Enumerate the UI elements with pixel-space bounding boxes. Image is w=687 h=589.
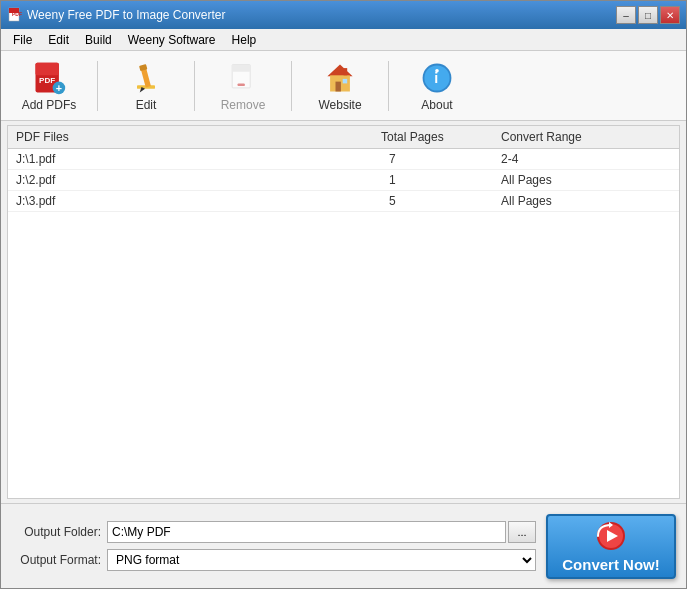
file-list-body[interactable]: J:\1.pdf 7 2-4 J:\2.pdf 1 All Pages J:\3… [8, 149, 679, 498]
website-icon [320, 60, 360, 96]
edit-label: Edit [136, 98, 157, 112]
add-pdfs-icon: PDF + [29, 60, 69, 96]
svg-rect-13 [232, 64, 250, 71]
file-pages: 1 [381, 173, 501, 187]
file-pages: 7 [381, 152, 501, 166]
table-row[interactable]: J:\2.pdf 1 All Pages [8, 170, 679, 191]
add-pdfs-button[interactable]: PDF + Add PDFs [9, 55, 89, 117]
edit-button[interactable]: Edit [106, 55, 186, 117]
website-label: Website [318, 98, 361, 112]
svg-rect-14 [238, 83, 245, 86]
title-bar-text: Weeny Free PDF to Image Converter [27, 8, 616, 22]
output-folder-row: Output Folder: ... [11, 521, 536, 543]
toolbar-sep-4 [388, 61, 389, 111]
svg-rect-18 [343, 78, 348, 83]
about-icon: i [417, 60, 457, 96]
toolbar-sep-2 [194, 61, 195, 111]
about-button[interactable]: i About [397, 55, 477, 117]
output-folder-input[interactable] [107, 521, 506, 543]
svg-point-23 [435, 69, 439, 73]
window-controls: – □ ✕ [616, 6, 680, 24]
title-bar: PDF Weeny Free PDF to Image Converter – … [1, 1, 686, 29]
file-range: All Pages [501, 173, 641, 187]
toolbar-sep-1 [97, 61, 98, 111]
toolbar: PDF + Add PDFs Edit Rem [1, 51, 686, 121]
menu-file[interactable]: File [5, 31, 40, 49]
bottom-panel: Output Folder: ... Output Format: PNG fo… [1, 503, 686, 588]
menu-build[interactable]: Build [77, 31, 120, 49]
add-pdfs-label: Add PDFs [22, 98, 77, 112]
svg-rect-19 [344, 68, 348, 75]
table-row[interactable]: J:\1.pdf 7 2-4 [8, 149, 679, 170]
file-range: All Pages [501, 194, 641, 208]
output-folder-label: Output Folder: [11, 525, 101, 539]
convert-now-button[interactable]: Convert Now! [546, 514, 676, 579]
svg-marker-15 [327, 64, 352, 76]
bottom-fields: Output Folder: ... Output Format: PNG fo… [11, 521, 536, 571]
remove-icon [223, 60, 263, 96]
col-header-name: PDF Files [16, 130, 381, 144]
col-header-range: Convert Range [501, 130, 641, 144]
menu-help[interactable]: Help [224, 31, 265, 49]
website-button[interactable]: Website [300, 55, 380, 117]
convert-icon [593, 520, 629, 552]
file-list-container: PDF Files Total Pages Convert Range J:\1… [7, 125, 680, 499]
file-pages: 5 [381, 194, 501, 208]
svg-rect-4 [36, 62, 59, 75]
menu-bar: File Edit Build Weeny Software Help [1, 29, 686, 51]
main-window: PDF Weeny Free PDF to Image Converter – … [0, 0, 687, 589]
close-button[interactable]: ✕ [660, 6, 680, 24]
browse-button[interactable]: ... [508, 521, 536, 543]
output-format-row: Output Format: PNG formatJPG formatBMP f… [11, 549, 536, 571]
output-folder-input-wrap: ... [107, 521, 536, 543]
file-list-header: PDF Files Total Pages Convert Range [8, 126, 679, 149]
svg-rect-17 [336, 81, 341, 91]
convert-now-label: Convert Now! [562, 556, 660, 573]
minimize-button[interactable]: – [616, 6, 636, 24]
svg-text:+: + [56, 81, 62, 93]
edit-icon [126, 60, 166, 96]
maximize-button[interactable]: □ [638, 6, 658, 24]
convert-icon-wrap [593, 520, 629, 552]
output-format-label: Output Format: [11, 553, 101, 567]
menu-weeny-software[interactable]: Weeny Software [120, 31, 224, 49]
col-header-spacer [641, 130, 671, 144]
format-select[interactable]: PNG formatJPG formatBMP formatGIF format… [107, 549, 536, 571]
about-label: About [421, 98, 452, 112]
toolbar-sep-3 [291, 61, 292, 111]
table-row[interactable]: J:\3.pdf 5 All Pages [8, 191, 679, 212]
remove-button[interactable]: Remove [203, 55, 283, 117]
file-range: 2-4 [501, 152, 641, 166]
svg-text:PDF: PDF [12, 11, 22, 17]
file-name: J:\2.pdf [16, 173, 381, 187]
menu-edit[interactable]: Edit [40, 31, 77, 49]
file-name: J:\1.pdf [16, 152, 381, 166]
app-icon: PDF [7, 7, 23, 23]
file-name: J:\3.pdf [16, 194, 381, 208]
svg-text:PDF: PDF [39, 76, 55, 85]
remove-label: Remove [221, 98, 266, 112]
col-header-pages: Total Pages [381, 130, 501, 144]
